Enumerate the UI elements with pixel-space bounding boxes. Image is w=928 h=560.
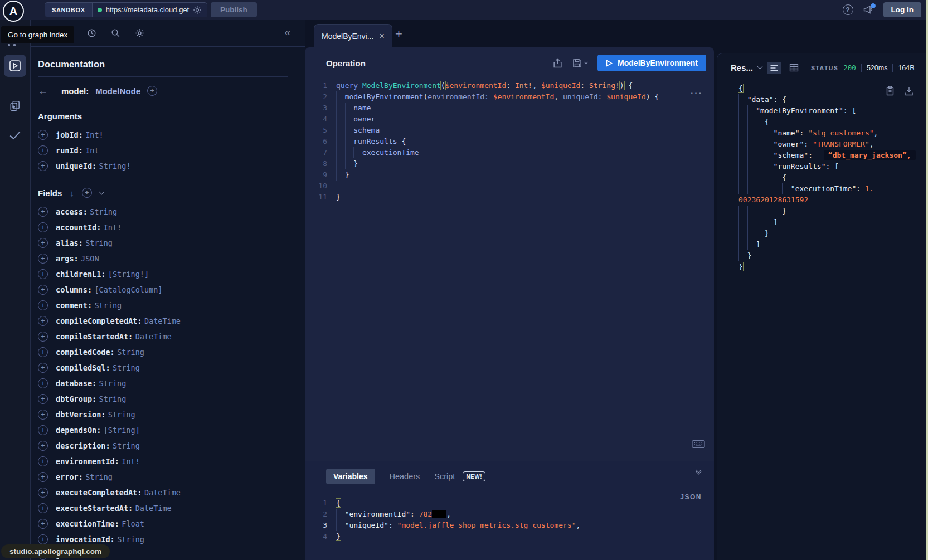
operation-options-ellipsis-icon[interactable]: ··· (691, 89, 703, 99)
tab-script[interactable]: Script (434, 472, 455, 481)
add-to-query-icon[interactable]: + (38, 316, 48, 326)
connection-settings-gear-icon[interactable] (193, 6, 202, 14)
response-panel-title[interactable]: Res... (731, 63, 753, 72)
tab-variables[interactable]: Variables (326, 469, 375, 484)
add-to-query-icon[interactable]: + (38, 456, 48, 466)
copy-response-icon[interactable] (886, 86, 895, 96)
breadcrumb-type-link[interactable]: ModelNode (95, 86, 140, 96)
add-to-query-icon[interactable]: + (38, 425, 48, 435)
add-to-query-icon[interactable]: + (38, 161, 48, 171)
keyboard-shortcuts-icon[interactable] (692, 440, 705, 449)
search-icon[interactable] (111, 28, 120, 38)
operation-tab[interactable]: ModelByEnvi... × (314, 24, 392, 48)
add-to-query-icon[interactable]: + (38, 254, 48, 264)
collections-nav-icon[interactable] (4, 95, 26, 117)
schema-field-row[interactable]: +alias: String (38, 235, 305, 251)
add-to-query-icon[interactable]: + (38, 130, 48, 140)
schema-field-row[interactable]: +compileStartedAt: DateTime (38, 329, 305, 344)
graph-index-icon[interactable] (8, 44, 16, 46)
add-to-query-icon[interactable]: + (38, 503, 48, 513)
save-options-chevron-icon[interactable] (584, 60, 588, 64)
endpoint-url-input[interactable]: https://metadata.cloud.get (106, 6, 190, 14)
add-to-query-icon[interactable]: + (38, 519, 48, 529)
add-to-query-icon[interactable]: + (38, 394, 48, 404)
add-to-query-icon[interactable]: + (38, 222, 48, 232)
endpoint-url-box[interactable]: https://metadata.cloud.get (93, 3, 207, 17)
download-response-icon[interactable] (905, 86, 914, 96)
schema-field-row[interactable]: +uniqueId: String! (38, 158, 305, 174)
run-operation-button[interactable]: ModelByEnvironment (597, 55, 706, 71)
add-to-query-icon[interactable]: + (38, 285, 48, 295)
add-field-icon[interactable]: + (147, 86, 157, 96)
schema-field-row[interactable]: +jobId: Int! (38, 127, 305, 143)
schema-field-row[interactable]: +compiledCode: String (38, 344, 305, 360)
add-all-fields-icon[interactable]: + (82, 188, 92, 198)
help-icon[interactable]: ? (843, 4, 853, 15)
schema-field-row[interactable]: +error: String (38, 469, 305, 485)
schema-field-row[interactable]: +dbtVersion: String (38, 407, 305, 422)
add-to-query-icon[interactable]: + (38, 347, 48, 357)
announcements-megaphone-icon[interactable] (863, 5, 874, 14)
add-to-query-icon[interactable]: + (38, 145, 48, 155)
schema-field-row[interactable]: +executionTime: Float (38, 516, 305, 532)
response-json: {"data": {"modelByEnvironment": [{"name"… (738, 83, 928, 272)
publish-button[interactable]: Publish (211, 2, 257, 17)
schema-field-row[interactable]: +childrenL1: [String!] (38, 266, 305, 282)
add-to-query-icon[interactable]: + (38, 238, 48, 248)
table-view-icon[interactable] (786, 61, 801, 74)
code-line: "data": { (738, 94, 928, 105)
schema-field-row[interactable]: +comment: String (38, 298, 305, 313)
schema-field-row[interactable]: +access: String (38, 204, 305, 220)
schema-field-row[interactable]: +dependsOn: [String] (38, 422, 305, 438)
fields-options-chevron-icon[interactable] (99, 189, 104, 194)
add-to-query-icon[interactable]: + (38, 378, 48, 388)
operation-header: Operation ModelByEnvironment (305, 47, 714, 71)
add-to-query-icon[interactable]: + (38, 332, 48, 342)
schema-field-row[interactable]: +compiledSql: String (38, 360, 305, 376)
collapse-sidebar-icon[interactable]: « (284, 26, 290, 38)
login-button[interactable]: Log in (883, 2, 922, 17)
response-view-chevron-icon[interactable] (757, 64, 763, 70)
back-arrow-icon[interactable]: ← (38, 86, 48, 96)
explorer-nav-icon[interactable] (4, 55, 26, 77)
add-to-query-icon[interactable]: + (38, 300, 48, 310)
schema-field-row[interactable]: +executeCompletedAt: DateTime (38, 485, 305, 500)
add-to-query-icon[interactable]: + (38, 207, 48, 217)
new-tab-button[interactable]: + (395, 27, 402, 41)
schema-field-row[interactable]: +accountId: Int! (38, 220, 305, 235)
add-to-query-icon[interactable]: + (38, 441, 48, 451)
variables-editor[interactable]: 1{2"environmentId": 782,3"uniqueId": "mo… (305, 498, 714, 542)
add-to-query-icon[interactable]: + (38, 269, 48, 279)
schema-field-row[interactable]: +runId: Int (38, 143, 305, 158)
add-to-query-icon[interactable]: + (38, 488, 48, 498)
schema-field-row[interactable]: +database: String (38, 376, 305, 391)
collapse-variables-chevron-icon[interactable] (697, 470, 701, 474)
left-icon-rail (0, 20, 31, 560)
add-to-query-icon[interactable]: + (38, 363, 48, 373)
schema-field-row[interactable]: +args: JSON (38, 251, 305, 266)
add-to-query-icon[interactable]: + (38, 472, 48, 482)
code-line: 1query ModelByEnvironment($environmentId… (305, 80, 714, 91)
settings-gear-icon[interactable] (135, 28, 144, 38)
schema-field-row[interactable]: +columns: [CatalogColumn] (38, 282, 305, 298)
add-to-query-icon[interactable]: + (38, 534, 48, 544)
tab-headers[interactable]: Headers (390, 472, 420, 481)
save-operation-button[interactable] (572, 59, 587, 68)
close-tab-icon[interactable]: × (379, 32, 384, 41)
formatted-view-icon[interactable] (767, 62, 781, 74)
share-operation-icon[interactable] (553, 58, 562, 68)
sort-fields-icon[interactable]: ↓ (70, 188, 74, 198)
schema-field-row[interactable]: +description: String (38, 438, 305, 454)
response-header: Res... STATUS 200 520ms 164B (717, 53, 928, 74)
schema-field-row[interactable]: +compileCompletedAt: DateTime (38, 313, 305, 329)
schema-field-row[interactable]: +environmentId: Int! (38, 454, 305, 469)
schema-field-row[interactable]: +dbtGroup: String (38, 391, 305, 407)
code-line: 11} (305, 192, 714, 203)
checks-nav-icon[interactable] (4, 124, 26, 147)
operation-editor[interactable]: 1query ModelByEnvironment($environmentId… (305, 80, 714, 203)
code-line: ] (738, 239, 928, 250)
add-to-query-icon[interactable]: + (38, 410, 48, 420)
schema-field-row[interactable]: +executeStartedAt: DateTime (38, 500, 305, 516)
apollo-logo[interactable]: A (3, 1, 24, 22)
history-icon[interactable] (87, 28, 96, 38)
